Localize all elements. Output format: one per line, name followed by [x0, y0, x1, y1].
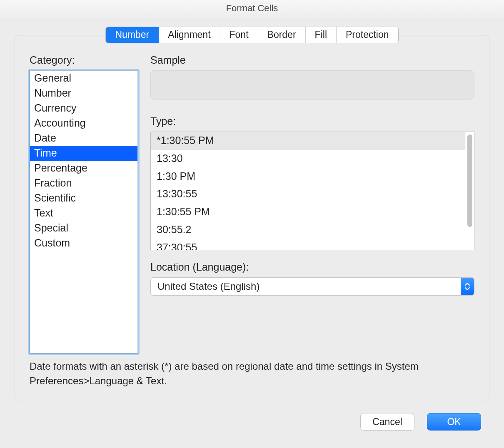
footnote-text: Date formats with an asterisk (*) are ba…: [30, 359, 474, 388]
type-item[interactable]: 30:55.2: [151, 221, 465, 239]
type-item[interactable]: 37:30:55: [151, 239, 465, 250]
type-label: Type:: [150, 115, 474, 127]
category-item-special[interactable]: Special: [30, 221, 137, 236]
category-item-date[interactable]: Date: [30, 131, 137, 146]
sample-box: [150, 70, 474, 100]
scrollbar-thumb[interactable]: [467, 134, 472, 227]
type-list[interactable]: *1:30:55 PM13:301:30 PM13:30:551:30:55 P…: [150, 132, 474, 250]
category-item-text[interactable]: Text: [30, 206, 137, 221]
location-select[interactable]: United States (English): [150, 277, 474, 296]
type-item[interactable]: 1:30:55 PM: [151, 203, 465, 221]
tab-number[interactable]: Number: [106, 27, 159, 43]
category-list[interactable]: GeneralNumberCurrencyAccountingDateTimeP…: [30, 70, 138, 353]
tab-border[interactable]: Border: [258, 27, 306, 43]
type-item[interactable]: 13:30: [151, 150, 465, 168]
category-item-accounting[interactable]: Accounting: [30, 116, 137, 131]
scrollbar[interactable]: [467, 134, 472, 247]
category-item-time[interactable]: Time: [30, 146, 137, 161]
category-item-fraction[interactable]: Fraction: [30, 176, 137, 191]
category-item-scientific[interactable]: Scientific: [30, 191, 137, 206]
ok-button[interactable]: OK: [427, 413, 481, 431]
category-item-currency[interactable]: Currency: [30, 101, 137, 116]
type-item[interactable]: 13:30:55: [151, 185, 465, 203]
dropdown-stepper-icon[interactable]: [461, 278, 474, 295]
button-bar: Cancel OK: [0, 401, 504, 431]
type-item[interactable]: 1:30 PM: [151, 168, 465, 186]
category-label: Category:: [30, 54, 138, 66]
category-item-general[interactable]: General: [30, 71, 137, 86]
format-panel: Category: GeneralNumberCurrencyAccountin…: [15, 35, 489, 401]
category-item-custom[interactable]: Custom: [30, 236, 137, 251]
type-item[interactable]: *1:30:55 PM: [151, 132, 465, 150]
tab-protection[interactable]: Protection: [337, 27, 398, 43]
category-item-percentage[interactable]: Percentage: [30, 161, 137, 176]
tab-fill[interactable]: Fill: [306, 27, 337, 43]
location-select-value[interactable]: United States (English): [150, 277, 474, 296]
tab-font[interactable]: Font: [220, 27, 258, 43]
category-item-number[interactable]: Number: [30, 86, 137, 101]
tabstrip: NumberAlignmentFontBorderFillProtection: [0, 18, 504, 43]
sample-label: Sample: [150, 54, 474, 66]
cancel-button[interactable]: Cancel: [360, 413, 414, 431]
location-label: Location (Language):: [150, 261, 474, 273]
window-title: Format Cells: [0, 0, 504, 18]
tab-alignment[interactable]: Alignment: [159, 27, 220, 43]
